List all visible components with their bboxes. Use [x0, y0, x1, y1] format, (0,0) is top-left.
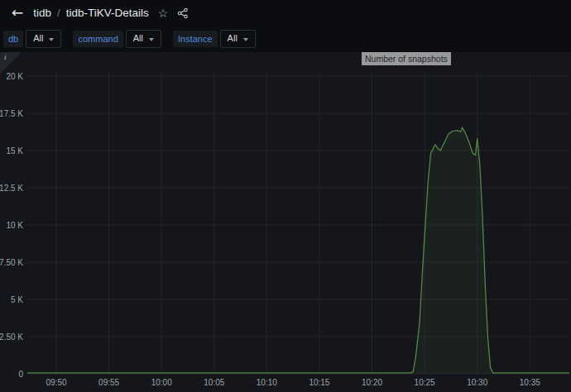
svg-text:10:10: 10:10 [257, 378, 277, 387]
filter-value-db: All [33, 33, 43, 44]
snapshot-chart[interactable]: 02.50 K5 K7.50 K10 K12.5 K15 K17.5 K20 K… [0, 52, 571, 392]
top-nav: ← tidb / tidb-TiKV-Details ☆ [0, 0, 571, 26]
filter-value-command: All [133, 33, 143, 44]
filter-dropdown-command[interactable]: All [126, 30, 161, 47]
svg-text:10 K: 10 K [6, 221, 23, 230]
chevron-down-icon [49, 38, 54, 41]
back-arrow-icon: ← [12, 4, 23, 21]
breadcrumb-folder[interactable]: tidb [33, 7, 51, 19]
share-icon [177, 7, 189, 19]
svg-text:10:00: 10:00 [151, 378, 172, 387]
svg-text:09:50: 09:50 [46, 378, 66, 387]
breadcrumb: tidb / tidb-TiKV-Details [33, 7, 148, 19]
filter-group-db: db All [3, 30, 61, 47]
svg-text:09:55: 09:55 [98, 378, 119, 387]
y-axis-labels: 02.50 K5 K7.50 K10 K12.5 K15 K17.5 K20 K [0, 72, 23, 379]
filter-group-command: command All [73, 30, 161, 47]
x-axis-labels: 09:5009:5510:0010:0510:1010:1510:2010:25… [46, 378, 540, 387]
filter-label-instance: Instance [173, 31, 218, 47]
filter-value-instance: All [228, 33, 238, 44]
svg-text:7.50 K: 7.50 K [0, 258, 23, 267]
svg-text:5 K: 5 K [11, 295, 23, 304]
filter-dropdown-instance[interactable]: All [220, 30, 256, 47]
grafana-dashboard: ← tidb / tidb-TiKV-Details ☆ db All [0, 0, 571, 392]
breadcrumb-dashboard-title[interactable]: tidb-TiKV-Details [66, 7, 149, 19]
chevron-down-icon [243, 38, 248, 41]
svg-text:10:20: 10:20 [362, 378, 382, 387]
svg-text:20 K: 20 K [6, 72, 23, 81]
filter-label-command: command [73, 31, 122, 47]
breadcrumb-separator: / [57, 7, 60, 19]
filter-dropdown-db[interactable]: All [26, 30, 61, 47]
filter-group-instance: Instance All [173, 30, 256, 47]
star-button[interactable]: ☆ [158, 7, 169, 19]
svg-text:15 K: 15 K [6, 146, 23, 155]
svg-text:2.50 K: 2.50 K [0, 332, 23, 342]
chevron-down-icon [149, 38, 154, 41]
star-icon: ☆ [158, 7, 169, 19]
panel-title[interactable]: Number of snapshots [362, 52, 451, 65]
back-button[interactable]: ← [8, 4, 26, 22]
svg-text:0: 0 [18, 370, 23, 379]
svg-text:10:25: 10:25 [415, 378, 435, 387]
svg-text:17.5 K: 17.5 K [0, 109, 23, 118]
variable-filter-bar: db All command All Instance All [0, 27, 571, 50]
svg-text:10:15: 10:15 [309, 378, 329, 387]
share-button[interactable] [177, 7, 189, 19]
svg-text:10:30: 10:30 [467, 378, 487, 387]
panel-number-of-snapshots: i 02.50 K5 K7.50 K10 K12.5 K15 K17.5 K20… [0, 52, 571, 392]
svg-text:10:35: 10:35 [520, 378, 540, 387]
svg-text:12.5 K: 12.5 K [0, 184, 23, 193]
svg-text:10:05: 10:05 [204, 378, 224, 387]
filter-label-db: db [3, 31, 23, 47]
